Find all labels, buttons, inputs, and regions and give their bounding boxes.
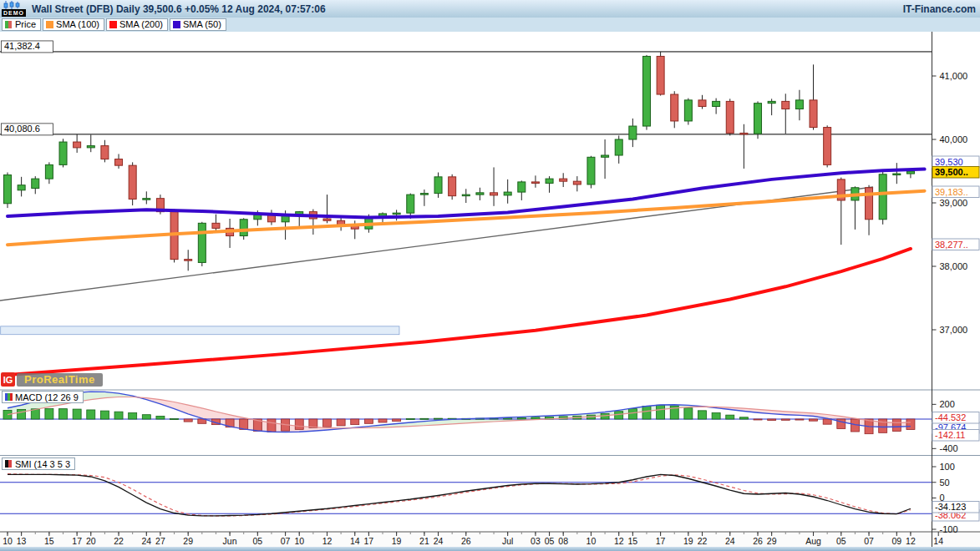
macd-histogram-bar (240, 419, 248, 429)
candle-body (462, 195, 470, 196)
macd-histogram-bar (267, 419, 276, 432)
highlight-band[interactable] (1, 326, 399, 335)
candle-body (449, 177, 456, 196)
candle-body (18, 185, 25, 190)
x-axis-label: 12 (322, 536, 333, 546)
y-axis-tick-label: 200 (940, 399, 955, 409)
candle-body (782, 101, 790, 109)
candle-body (4, 175, 12, 204)
candle-body (768, 101, 775, 103)
x-axis-label: 29 (183, 536, 193, 546)
x-axis-label: 05 (836, 536, 846, 546)
x-axis-label: 19 (683, 536, 693, 546)
legend-item-sma-50[interactable]: SMA (50) (170, 18, 226, 31)
candle-body (879, 174, 886, 220)
x-axis-label: 05 (545, 536, 555, 546)
candle-body (866, 188, 873, 220)
smi-indicator-label[interactable]: SMI (14 3 5 3 (2, 457, 75, 470)
sma-swatch-icon (173, 21, 180, 28)
macd-histogram-bar (18, 410, 26, 419)
candle-body (518, 182, 526, 192)
candle-body (698, 100, 706, 107)
candle-body (795, 100, 803, 109)
level-label: 40,080.6 (4, 124, 40, 134)
candle-body (254, 215, 262, 219)
legend-item-price[interactable]: Price (2, 18, 41, 31)
macd-histogram-bar (892, 419, 901, 432)
x-axis-label: 13 (17, 536, 27, 546)
candle-body (74, 142, 81, 148)
macd-indicator-label[interactable]: MACD (12 26 9 (2, 391, 84, 403)
legend-item-label: SMA (200) (119, 19, 163, 30)
y-axis-tick-label: 50 (940, 478, 950, 488)
macd-histogram-bar (184, 419, 192, 422)
x-axis-label: 17 (72, 536, 82, 546)
macd-histogram-bar (517, 417, 526, 419)
macd-label-text: MACD (12 26 9 (15, 392, 79, 402)
legend-item-label: Price (15, 19, 36, 30)
title-bar: DEMO Wall Street (DFB) Daily 39,500.6 +0… (0, 0, 980, 18)
legend-item-sma-200[interactable]: SMA (200) (106, 18, 168, 31)
macd-histogram-bar (406, 419, 414, 420)
macd-histogram-bar (364, 419, 373, 423)
x-axis-label: 14 (933, 536, 943, 546)
x-axis-label: 26 (461, 536, 471, 546)
x-axis-label: 10 (586, 536, 597, 546)
chart-canvas[interactable]: 41,382.440,080.641,00040,00039,00038,000… (0, 0, 980, 551)
macd-histogram-bar (129, 412, 137, 419)
macd-histogram-bar (295, 419, 303, 429)
macd-histogram-bar (142, 415, 150, 419)
macd-histogram-bar (170, 419, 179, 420)
candle-body (629, 126, 637, 139)
y-axis-tick-label: -100 (940, 524, 958, 534)
x-axis-label: 15 (628, 536, 638, 546)
macd-histogram-bar (87, 410, 95, 419)
macd-histogram-bar (906, 419, 915, 430)
prorealtime-logo: ProRealTime (17, 373, 103, 387)
x-axis-label: 09 (891, 536, 901, 546)
level-label: 41,382.4 (4, 41, 40, 51)
x-axis-label: Jun (223, 536, 237, 546)
candle-body (59, 142, 67, 164)
candle-body (198, 223, 206, 262)
macd-histogram-bar (768, 419, 776, 421)
value-label: 38,277.. (935, 240, 968, 250)
chart-title: Wall Street (DFB) Daily 39,500.6 +0.05% … (32, 3, 326, 15)
candle-body (115, 159, 123, 166)
candle-body (560, 179, 567, 181)
sma-swatch-icon (46, 21, 53, 28)
value-label: 39,530 (935, 157, 963, 167)
x-axis-label: 14 (350, 536, 360, 546)
macd-histogram-bar (420, 418, 429, 419)
value-label: -34.123 (935, 502, 966, 512)
y-axis-tick-label: -400 (940, 443, 958, 453)
macd-histogram-bar (351, 419, 359, 425)
legend-item-sma-100[interactable]: SMA (100) (43, 18, 104, 31)
macd-histogram-bar (156, 416, 165, 419)
x-axis-label: 10 (3, 536, 13, 546)
macd-icon (5, 393, 13, 401)
window-bottom-bar (0, 547, 980, 551)
macd-histogram-bar (73, 409, 81, 419)
sma-swatch-icon (109, 21, 117, 28)
macd-histogram-bar (531, 417, 540, 419)
x-axis-label: 29 (767, 536, 777, 546)
candle-body (824, 128, 831, 165)
candle-body (906, 171, 914, 174)
value-label: -44.532 (935, 412, 966, 422)
candle-body (32, 179, 39, 188)
x-axis-label: 12 (906, 536, 916, 546)
chart-background (0, 0, 980, 551)
candle-body (810, 100, 817, 128)
candle-body (504, 192, 511, 195)
macd-histogram-bar (45, 408, 53, 419)
ig-logo: IG (1, 372, 15, 387)
y-axis-tick-label: 100 (940, 462, 955, 472)
candle-body (476, 193, 484, 195)
it-finance-link[interactable]: IT-Finance.com (903, 3, 976, 15)
candle-body (726, 101, 734, 133)
x-axis-label: 20 (86, 536, 96, 546)
x-axis-label: 08 (558, 536, 568, 546)
x-axis-label: 05 (252, 536, 262, 546)
candle-body (87, 146, 94, 148)
